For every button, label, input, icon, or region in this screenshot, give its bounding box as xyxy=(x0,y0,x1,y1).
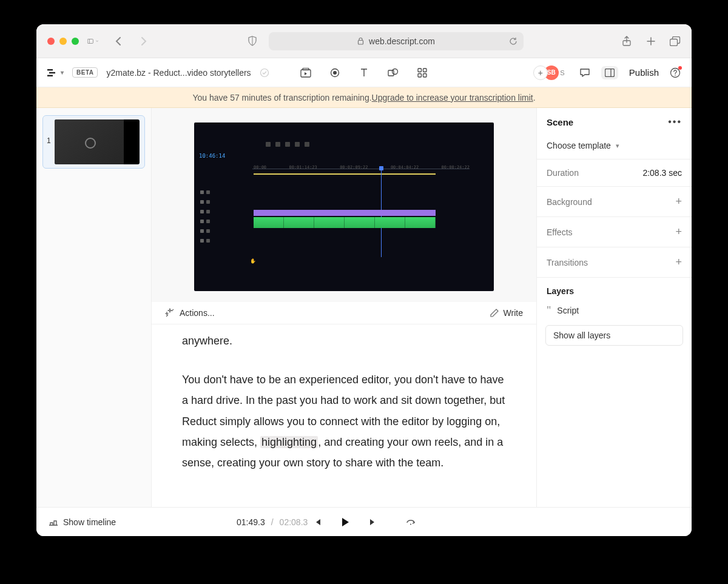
back-button[interactable] xyxy=(113,36,124,47)
panel-icon xyxy=(605,69,615,77)
collaborators[interactable]: + SB S xyxy=(533,65,568,80)
app-toolbar: ▾ BETA y2mate.bz - Reduct...video storyt… xyxy=(36,58,692,87)
svg-rect-16 xyxy=(418,69,422,72)
duration-value: 2:08.3 sec xyxy=(642,168,682,178)
svg-point-15 xyxy=(393,69,398,74)
svg-point-9 xyxy=(260,69,268,76)
chevron-down-icon: ▾ xyxy=(61,69,64,76)
transcript-paragraph[interactable]: You don't have to be an experienced edit… xyxy=(182,369,506,473)
svg-rect-6 xyxy=(47,69,53,70)
project-title[interactable]: y2mate.bz - Reduct...video storytellers xyxy=(106,68,251,78)
privacy-shield-icon[interactable] xyxy=(247,36,258,47)
sidebar-toggle-button[interactable] xyxy=(87,36,98,47)
svg-rect-20 xyxy=(605,69,614,76)
shapes-button[interactable] xyxy=(387,67,399,79)
add-effect-icon[interactable]: + xyxy=(675,226,682,238)
playback-controls xyxy=(312,517,416,528)
url-text: web.descript.com xyxy=(369,36,435,46)
tabs-button[interactable] xyxy=(670,36,681,47)
transcript-line[interactable]: anywhere. xyxy=(182,331,506,351)
add-collaborator-button[interactable]: + xyxy=(533,65,548,80)
close-window-button[interactable] xyxy=(47,38,55,45)
svg-rect-7 xyxy=(49,72,55,73)
publish-button[interactable]: Publish xyxy=(629,67,659,78)
forward-button[interactable] xyxy=(138,36,149,47)
descript-logo-icon xyxy=(47,69,57,77)
svg-rect-0 xyxy=(87,39,93,43)
current-time: 01:49.3 xyxy=(237,517,265,527)
video-canvas[interactable]: 10:46:14 00:0000:01:14:2300:02:09:2200:0… xyxy=(194,123,494,291)
show-timeline-label: Show timeline xyxy=(63,517,116,527)
maximize-window-button[interactable] xyxy=(72,38,79,45)
app-menu-button[interactable]: ▾ xyxy=(47,69,64,77)
media-button[interactable] xyxy=(300,67,312,79)
svg-point-13 xyxy=(333,71,337,75)
layers-title: Layers xyxy=(537,277,692,301)
write-mode-button[interactable]: Write xyxy=(490,308,523,318)
lock-icon xyxy=(357,37,364,45)
scene-item-1[interactable]: 1 xyxy=(42,115,145,169)
svg-rect-18 xyxy=(418,73,422,77)
time-separator: / xyxy=(271,517,274,527)
record-button[interactable] xyxy=(329,67,341,79)
add-transition-icon[interactable]: + xyxy=(675,256,682,269)
sparkle-icon xyxy=(165,308,175,318)
minimize-window-button[interactable] xyxy=(59,38,67,45)
timeline-icon xyxy=(49,519,58,526)
comments-button[interactable] xyxy=(579,67,590,78)
pencil-icon xyxy=(490,309,499,317)
share-button[interactable] xyxy=(621,36,632,47)
address-bar[interactable]: web.descript.com xyxy=(269,32,524,50)
add-background-icon[interactable]: + xyxy=(675,195,682,208)
background-row[interactable]: Background + xyxy=(537,186,692,216)
svg-rect-19 xyxy=(423,73,427,77)
total-time: 02:08.3 xyxy=(280,517,308,527)
actions-label: Actions... xyxy=(180,308,215,318)
sync-status-icon xyxy=(260,68,269,78)
panel-title: Scene xyxy=(547,117,573,127)
skip-forward-button[interactable] xyxy=(368,517,379,528)
insert-tools xyxy=(300,67,428,79)
browser-window: web.descript.com ▾ xyxy=(36,24,692,536)
templates-button[interactable] xyxy=(416,67,428,79)
svg-rect-11 xyxy=(303,68,309,70)
scene-thumbnail xyxy=(55,119,140,164)
effects-label: Effects xyxy=(547,227,573,237)
transcript-editor[interactable]: anywhere. You don't have to be an experi… xyxy=(152,324,536,485)
browser-toolbar: web.descript.com xyxy=(36,24,692,58)
reload-button[interactable] xyxy=(509,37,517,45)
script-icon: " xyxy=(547,308,551,314)
window-controls xyxy=(47,38,79,45)
playback-bar: Show timeline 01:49.3 / 02:08.3 xyxy=(36,507,692,536)
highlight-span[interactable]: highlighting xyxy=(260,436,318,448)
editor-panel: 10:46:14 00:0000:01:14:2300:02:09:2200:0… xyxy=(152,108,536,507)
transitions-row[interactable]: Transitions + xyxy=(537,247,692,277)
actions-menu-button[interactable]: Actions... xyxy=(165,308,215,318)
text-button[interactable] xyxy=(358,67,370,79)
banner-suffix: . xyxy=(533,93,536,102)
toggle-properties-panel[interactable] xyxy=(601,66,618,79)
banner-text: You have 57 minutes of transcription rem… xyxy=(192,93,371,102)
video-preview-area: 10:46:14 00:0000:01:14:2300:02:09:2200:0… xyxy=(152,108,536,302)
upgrade-link[interactable]: Upgrade to increase your transcription l… xyxy=(372,93,533,102)
help-button[interactable] xyxy=(670,67,681,78)
background-label: Background xyxy=(547,197,592,207)
effects-row[interactable]: Effects + xyxy=(537,216,692,247)
svg-point-24 xyxy=(410,523,411,525)
new-tab-button[interactable] xyxy=(645,36,656,47)
loop-button[interactable] xyxy=(405,517,416,528)
svg-point-23 xyxy=(675,75,676,76)
play-button[interactable] xyxy=(340,517,351,528)
show-all-layers-button[interactable]: Show all layers xyxy=(545,325,683,346)
template-label: Choose template xyxy=(547,141,611,150)
scenes-panel: 1 xyxy=(36,108,152,507)
nle-timecode: 10:46:14 xyxy=(199,153,225,159)
scene-number: 1 xyxy=(47,119,51,145)
panel-more-button[interactable]: ••• xyxy=(668,116,682,127)
skip-back-button[interactable] xyxy=(312,517,323,528)
layer-script[interactable]: " Script xyxy=(537,301,692,320)
properties-panel: Scene ••• Choose template ▾ Duration 2:0… xyxy=(536,108,692,507)
choose-template-button[interactable]: Choose template ▾ xyxy=(537,136,692,159)
chevron-down-icon xyxy=(96,39,98,44)
show-timeline-button[interactable]: Show timeline xyxy=(49,517,116,527)
